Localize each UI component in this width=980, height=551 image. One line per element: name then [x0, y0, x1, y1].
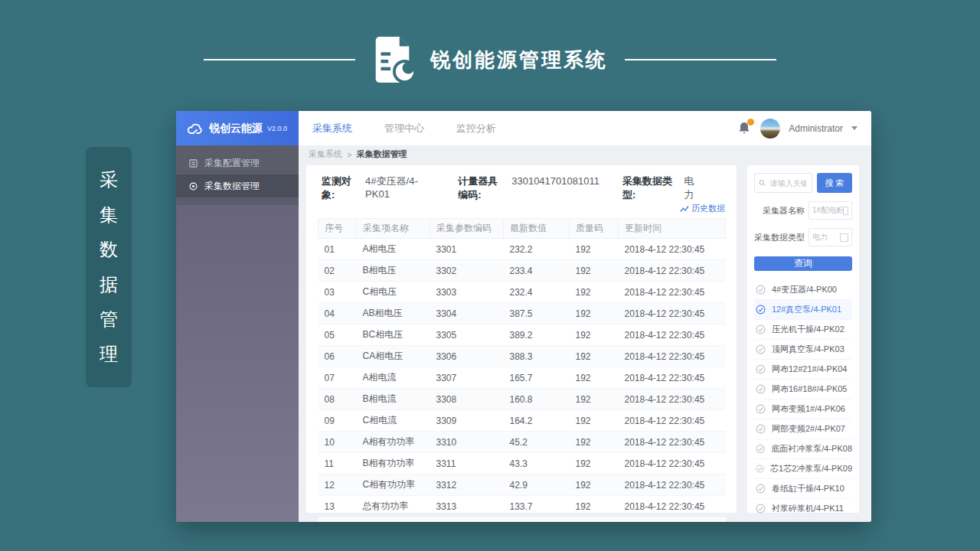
cloud-icon [188, 122, 204, 135]
search-box [754, 173, 812, 193]
collect-data-table: 序号 采集项名称 采集参数编码 最新数值 质量码 更新时间 01A相电压3301… [318, 218, 726, 522]
col-param-code[interactable]: 采集参数编码 [430, 219, 504, 239]
device-item[interactable]: 顶网真空泵/4-PK03 [754, 340, 852, 360]
sidebar: 锐创云能源 V2.0.0 采集配置管理 采集数据管理 [176, 111, 299, 522]
tab-collect-system[interactable]: 采集系统 [312, 122, 352, 135]
document-pen-icon [372, 36, 413, 83]
circle-check-icon [756, 424, 766, 434]
col-quality-code[interactable]: 质量码 [570, 219, 619, 239]
sidebar-filler [176, 205, 299, 522]
meter-code-value: 3301041701081011 [511, 175, 599, 187]
sidebar-menu: 采集配置管理 采集数据管理 [176, 145, 299, 205]
breadcrumb-separator: > [347, 150, 351, 159]
device-item[interactable]: 网布16#18#/4-PK05 [754, 380, 852, 399]
table-row[interactable]: 05BC相电压3305389.21922018-4-12 22:30:45 [318, 324, 726, 346]
device-item[interactable]: 衬浆碎浆机/4-PK11 [754, 499, 852, 519]
device-item[interactable]: 4#变压器/4-PK00 [754, 280, 852, 300]
label-char: 据 [100, 276, 118, 294]
breadcrumb-parent[interactable]: 采集系统 [309, 148, 342, 160]
collector-field: 采集器名称 1#配电柜采集器 [754, 201, 852, 220]
table-row[interactable]: 09C相电流3309164.21922018-4-12 22:30:45 [318, 410, 726, 432]
table-row[interactable]: 03C相电压3303232.41922018-4-12 22:30:45 [318, 282, 726, 303]
table-row[interactable]: 07A相电流3307165.71922018-4-12 22:30:45 [318, 367, 726, 389]
notification-badge [747, 119, 754, 126]
label-char: 管 [100, 310, 118, 328]
device-item[interactable]: 网布12#21#/4-PK04 [754, 360, 852, 380]
table-row[interactable]: 01A相电压3301232.21922018-4-12 22:30:45 [318, 239, 726, 260]
username: Administrator [789, 123, 843, 134]
table-row[interactable]: 04AB相电压3304387.51922018-4-12 22:30:45 [318, 303, 726, 324]
col-update-time[interactable]: 更新时间 [619, 219, 726, 239]
user-area: Administrator [738, 119, 858, 139]
tab-monitor-analysis[interactable]: 监控分析 [456, 122, 496, 135]
circle-check-icon [756, 404, 766, 414]
app-logo: 锐创云能源 V2.0.0 [176, 111, 299, 145]
dropdown-icon [840, 233, 848, 242]
page-title: 锐创能源管理系统 [430, 47, 608, 73]
table-row[interactable]: 11B相有功功率331143.31922018-4-12 22:30:45 [318, 453, 726, 474]
table-row[interactable]: 08B相电流3308160.81922018-4-12 22:30:45 [318, 389, 726, 410]
query-button[interactable]: 查询 [754, 256, 852, 271]
device-list: 4#变压器/4-PK00 12#真空泵/4-PK01 压光机干燥/4-PK02 … [754, 280, 852, 519]
col-latest-value[interactable]: 最新数值 [504, 219, 570, 239]
tab-management-center[interactable]: 管理中心 [384, 122, 424, 135]
device-item[interactable]: 压光机干燥/4-PK02 [754, 320, 852, 340]
label-char: 理 [100, 345, 118, 364]
table-row[interactable]: 02B相电压3302233.41922018-4-12 22:30:45 [318, 260, 726, 282]
circle-check-icon [756, 285, 766, 295]
top-navbar: 采集系统 管理中心 监控分析 Administrator [299, 111, 871, 145]
device-item[interactable]: 底面衬冲浆泵/4-PK08 [754, 439, 852, 459]
table-row[interactable]: 12C相有功功率331242.91922018-4-12 22:30:45 [318, 474, 726, 496]
target-circle-icon [189, 182, 198, 191]
data-panel: 监测对象: 4#变压器/4-PK01 计量器具编码: 3301041701081… [306, 165, 737, 513]
table-row[interactable]: 06CA相电压3306388.31922018-4-12 22:30:45 [318, 346, 726, 367]
filter-panel: 搜 索 采集器名称 1#配电柜采集器 采集数据类型 电力 [747, 165, 859, 513]
circle-check-icon [756, 464, 764, 474]
monitor-object-value: 4#变压器/4-PK01 [365, 174, 435, 200]
breadcrumb: 采集系统 > 采集数据管理 [299, 145, 871, 163]
data-type-label: 采集数据类型: [622, 174, 680, 202]
history-row: 历史数据 [318, 203, 725, 214]
device-item[interactable]: 芯1芯2冲浆泵/4-PK09 [754, 459, 852, 479]
datatype-select[interactable]: 电力 [808, 228, 852, 246]
col-item-name[interactable]: 采集项名称 [357, 219, 430, 239]
history-data-link[interactable]: 历史数据 [680, 203, 725, 214]
content-area: 监测对象: 4#变压器/4-PK01 计量器具编码: 3301041701081… [299, 163, 871, 522]
avatar[interactable] [760, 119, 780, 139]
search-button[interactable]: 搜 索 [817, 173, 852, 193]
device-item[interactable]: 网布变频1#/4-PK06 [754, 399, 852, 419]
sidebar-item-collect-data[interactable]: 采集数据管理 [176, 174, 299, 197]
table-row[interactable]: 14正向有功电能3326874513.211922018-4-12 22:30:… [318, 517, 726, 523]
monitor-info-row: 监测对象: 4#变压器/4-PK01 计量器具编码: 3301041701081… [318, 174, 725, 202]
collector-select[interactable]: 1#配电柜采集器 [808, 201, 852, 220]
chevron-down-icon[interactable] [851, 126, 858, 130]
trend-line-icon [680, 204, 689, 213]
document-icon [189, 159, 198, 168]
label-char: 集 [100, 206, 118, 224]
data-type-value: 电力 [684, 174, 702, 202]
device-item-selected[interactable]: 12#真空泵/4-PK01 [754, 300, 852, 320]
section-label-vertical: 采 集 数 据 管 理 [86, 147, 132, 387]
device-item[interactable]: 网部变频2#/4-PK07 [754, 419, 852, 439]
app-version: V2.0.0 [267, 125, 287, 132]
label-char: 采 [100, 171, 118, 189]
circle-check-icon [756, 344, 766, 354]
sidebar-item-label: 采集数据管理 [204, 180, 260, 193]
banner-rule-left [204, 59, 355, 60]
device-item[interactable]: 卷纸缸干燥/4-PK10 [754, 479, 852, 499]
datatype-field: 采集数据类型 电力 [754, 228, 852, 246]
app-logo-text: 锐创云能源 [209, 122, 263, 135]
notification-bell-icon[interactable] [738, 121, 752, 136]
search-icon [759, 178, 766, 187]
search-input[interactable] [769, 178, 808, 188]
meter-code-label: 计量器具编码: [458, 174, 507, 202]
app-window: 锐创云能源 V2.0.0 采集配置管理 采集数据管理 [176, 111, 871, 522]
circle-check-icon [756, 484, 766, 494]
dropdown-icon [843, 207, 848, 215]
table-row[interactable]: 10A相有功功率331045.21922018-4-12 22:30:45 [318, 432, 726, 453]
circle-check-icon [756, 384, 766, 394]
search-row: 搜 索 [754, 173, 852, 193]
sidebar-item-collect-config[interactable]: 采集配置管理 [176, 152, 299, 174]
col-index[interactable]: 序号 [318, 219, 357, 239]
table-row[interactable]: 13总有功功率3313133.71922018-4-12 22:30:45 [318, 496, 726, 517]
